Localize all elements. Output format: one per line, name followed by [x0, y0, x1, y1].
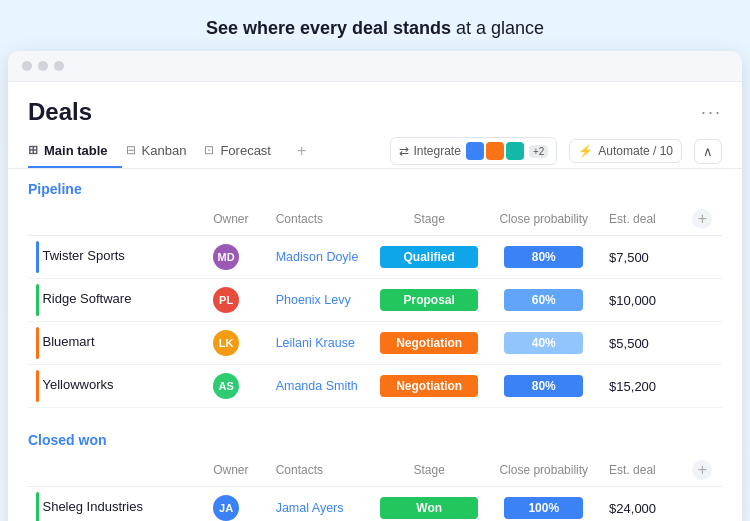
col-header-est: Est. deal [601, 205, 684, 236]
add-column-icon[interactable]: + [692, 209, 712, 229]
row-indicator [36, 241, 39, 273]
cw-col-header-contacts: Contacts [268, 456, 372, 487]
col-header-stage: Stage [372, 205, 487, 236]
contact-link[interactable]: Phoenix Levy [276, 293, 351, 307]
kanban-label: Kanban [142, 143, 187, 158]
row-indicator [36, 370, 39, 402]
avatar: LK [213, 330, 239, 356]
avatar: MD [213, 244, 239, 270]
add-tab-button[interactable]: + [289, 134, 314, 168]
est-deal: $15,200 [609, 379, 656, 394]
col-header-owner: Owner [205, 205, 268, 236]
est-deal: $7,500 [609, 250, 649, 265]
col-header-add: + [684, 205, 722, 236]
cw-col-header-owner: Owner [205, 456, 268, 487]
main-table-label: Main table [44, 143, 108, 158]
deal-name: Sheleg Industries [42, 499, 142, 514]
stage-badge: Proposal [380, 289, 479, 311]
automate-button[interactable]: ⚡ Automate / 10 [569, 139, 682, 163]
automate-label: Automate / 10 [598, 144, 673, 158]
kanban-icon: ⊟ [126, 143, 136, 157]
prob-badge: 100% [504, 497, 583, 519]
row-indicator [36, 492, 39, 521]
integrate-icons [466, 142, 524, 160]
forecast-icon: ⊡ [204, 143, 214, 157]
tabs-right: ⇄ Integrate +2 ⚡ Automate / 10 ∧ [390, 137, 723, 165]
headline-rest: at a glance [451, 18, 544, 38]
collapse-button[interactable]: ∧ [694, 139, 722, 164]
est-deal: $10,000 [609, 293, 656, 308]
headline: See where every deal stands at a glance [8, 8, 742, 51]
main-table-icon: ⊞ [28, 143, 38, 157]
cw-col-header-est: Est. deal [601, 456, 684, 487]
app-title: Deals [28, 98, 92, 126]
cw-col-header-prob: Close probability [486, 456, 601, 487]
avatar: JA [213, 495, 239, 521]
cw-col-header-stage: Stage [372, 456, 487, 487]
integrate-label: Integrate [414, 144, 461, 158]
sync-icon: ⇄ [399, 144, 409, 158]
stage-badge: Won [380, 497, 479, 519]
prob-badge: 80% [504, 246, 583, 268]
closed-won-table: Owner Contacts Stage Close probability E… [28, 456, 722, 521]
dot-1 [22, 61, 32, 71]
tabs-bar: ⊞ Main table ⊟ Kanban ⊡ Forecast + ⇄ Int… [8, 134, 742, 169]
cw-add-column-icon[interactable]: + [692, 460, 712, 480]
contact-link[interactable]: Madison Doyle [276, 250, 359, 264]
deal-name: Twister Sports [42, 248, 124, 263]
avatar: PL [213, 287, 239, 313]
integration-icon-3 [506, 142, 524, 160]
cw-col-header-name [28, 456, 205, 487]
col-header-name [28, 205, 205, 236]
col-header-prob: Close probability [486, 205, 601, 236]
prob-badge: 60% [504, 289, 583, 311]
contact-link[interactable]: Leilani Krause [276, 336, 355, 350]
app-header: Deals ··· [8, 82, 742, 134]
pipeline-table: Owner Contacts Stage Close probability E… [28, 205, 722, 408]
deal-name: Yellowworks [42, 377, 113, 392]
avatar: AS [213, 373, 239, 399]
closed-won-row: Sheleg Industries JA Jamal Ayers Won 100… [28, 487, 722, 522]
prob-badge: 80% [504, 375, 583, 397]
deal-name: Bluemart [42, 334, 94, 349]
automate-icon: ⚡ [578, 144, 593, 158]
integrate-button[interactable]: ⇄ Integrate +2 [390, 137, 558, 165]
col-header-contacts: Contacts [268, 205, 372, 236]
closed-won-label: Closed won [28, 432, 722, 448]
tab-main-table[interactable]: ⊞ Main table [28, 135, 122, 168]
row-indicator [36, 327, 39, 359]
pipeline-label: Pipeline [28, 181, 722, 197]
pipeline-section: Pipeline Owner Contacts Stage Close prob… [8, 169, 742, 408]
dot-2 [38, 61, 48, 71]
contact-link[interactable]: Amanda Smith [276, 379, 358, 393]
app-window: Deals ··· ⊞ Main table ⊟ Kanban ⊡ Foreca… [8, 51, 742, 521]
contact-link[interactable]: Jamal Ayers [276, 501, 344, 515]
est-deal: $5,500 [609, 336, 649, 351]
pipeline-row: Twister Sports MD Madison Doyle Qualifie… [28, 236, 722, 279]
stage-badge: Negotiation [380, 375, 479, 397]
more-options-button[interactable]: ··· [701, 102, 722, 123]
prob-badge: 40% [504, 332, 583, 354]
app-content: Deals ··· ⊞ Main table ⊟ Kanban ⊡ Foreca… [8, 82, 742, 521]
dot-3 [54, 61, 64, 71]
tab-kanban[interactable]: ⊟ Kanban [126, 135, 201, 168]
tab-forecast[interactable]: ⊡ Forecast [204, 135, 285, 168]
est-deal: $24,000 [609, 501, 656, 516]
integration-icon-2 [486, 142, 504, 160]
closed-won-section: Closed won Owner Contacts Stage Close pr… [8, 420, 742, 521]
pipeline-row: Yellowworks AS Amanda Smith Negotiation … [28, 365, 722, 408]
pipeline-row: Bluemart LK Leilani Krause Negotiation 4… [28, 322, 722, 365]
forecast-label: Forecast [220, 143, 271, 158]
row-indicator [36, 284, 39, 316]
window-bar [8, 51, 742, 82]
pipeline-row: Ridge Software PL Phoenix Levy Proposal … [28, 279, 722, 322]
integration-icon-1 [466, 142, 484, 160]
deal-name: Ridge Software [42, 291, 131, 306]
stage-badge: Qualified [380, 246, 479, 268]
headline-bold: See where every deal stands [206, 18, 451, 38]
stage-badge: Negotiation [380, 332, 479, 354]
integrate-plus-badge: +2 [529, 145, 548, 158]
cw-col-header-add: + [684, 456, 722, 487]
